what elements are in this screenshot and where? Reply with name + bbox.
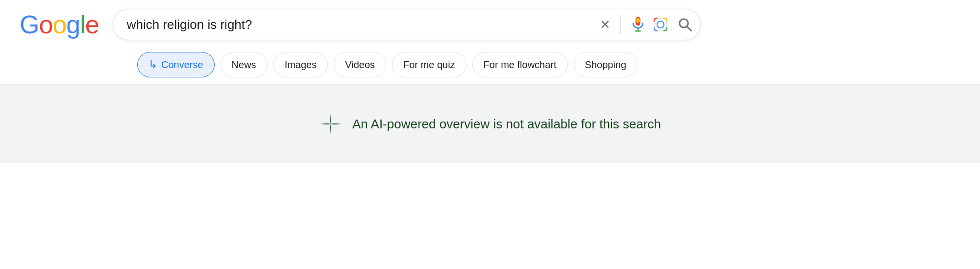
logo-letter-l: l — [80, 10, 85, 39]
logo-letter-g2: g — [66, 10, 80, 39]
ai-notice-text: An AI-powered overview is not available … — [352, 117, 661, 132]
ai-notice-bar: An AI-powered overview is not available … — [0, 85, 980, 163]
filter-chip-for-me-quiz[interactable]: For me quiz — [392, 52, 466, 77]
microphone-icon[interactable] — [631, 16, 645, 33]
filter-label-images: Images — [285, 59, 317, 71]
filter-chip-news[interactable]: News — [220, 52, 268, 77]
search-submit-icon[interactable] — [678, 17, 692, 32]
filter-label-shopping: Shopping — [585, 59, 627, 71]
svg-rect-1 — [636, 18, 639, 23]
filter-chip-for-me-flowchart[interactable]: For me flowchart — [472, 52, 568, 77]
logo-letter-g: G — [20, 10, 39, 39]
filter-chip-converse[interactable]: ↳ Converse — [137, 52, 215, 77]
filter-chip-videos[interactable]: Videos — [334, 52, 386, 77]
clear-icon[interactable]: ✕ — [600, 18, 611, 31]
filter-label-converse: Converse — [161, 59, 203, 71]
svg-line-7 — [687, 26, 691, 30]
search-icon-group: ✕ — [600, 15, 692, 34]
lens-icon[interactable] — [653, 17, 668, 32]
google-logo[interactable]: Google — [20, 12, 99, 37]
converse-arrow-icon: ↳ — [148, 58, 157, 71]
filter-label-videos: Videos — [345, 59, 375, 71]
search-bar-wrapper: which religion is right? ✕ — [113, 9, 701, 40]
logo-letter-e: e — [85, 10, 99, 39]
filter-label-for-me-flowchart: For me flowchart — [484, 59, 557, 71]
logo-letter-o2: o — [52, 10, 66, 39]
search-divider — [620, 15, 621, 34]
svg-rect-4 — [654, 18, 667, 31]
filters-row: ↳ Converse News Images Videos For me qui… — [0, 47, 980, 85]
filter-label-for-me-quiz: For me quiz — [403, 59, 455, 71]
header: Google which religion is right? ✕ — [0, 0, 980, 47]
filter-label-news: News — [232, 59, 256, 71]
filter-chip-shopping[interactable]: Shopping — [574, 52, 638, 77]
filter-chip-images[interactable]: Images — [273, 52, 328, 77]
search-input[interactable]: which religion is right? — [127, 17, 600, 32]
search-bar: which religion is right? ✕ — [113, 9, 701, 40]
ai-sparkle-icon — [319, 112, 343, 136]
svg-point-5 — [657, 21, 664, 28]
logo-letter-o1: o — [39, 10, 52, 39]
